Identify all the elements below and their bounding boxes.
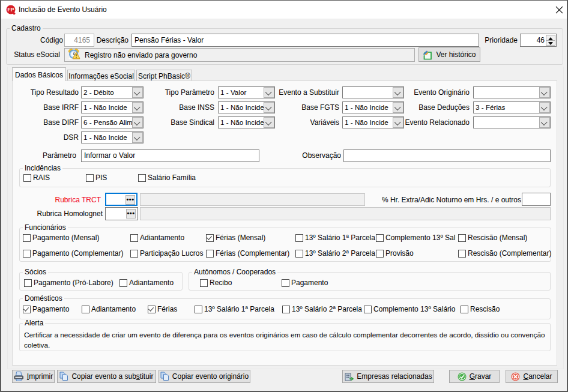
svg-text:FP: FP <box>8 7 14 13</box>
